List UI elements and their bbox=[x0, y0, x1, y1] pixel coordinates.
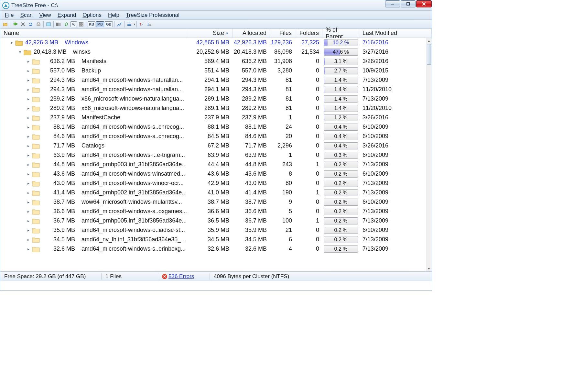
delete-icon[interactable] bbox=[19, 21, 27, 28]
details-view-icon[interactable] bbox=[126, 21, 133, 28]
table-row[interactable]: ▾ 20,418.3 MBwinsxs20,252.6 MB20,418.3 M… bbox=[0, 47, 426, 57]
sort-desc-icon[interactable] bbox=[146, 21, 153, 28]
menu-item-file[interactable]: File bbox=[2, 11, 16, 19]
menu-item-scan[interactable]: Scan bbox=[17, 11, 35, 19]
dropdown-indicator-icon[interactable]: ▾ bbox=[134, 22, 135, 26]
chart-icon[interactable] bbox=[116, 21, 123, 28]
row-name: x86_microsoft-windows-naturallangua... bbox=[78, 105, 187, 112]
explorer-icon[interactable] bbox=[45, 21, 52, 28]
close-button[interactable] bbox=[416, 0, 432, 7]
table-row[interactable]: ▾ 42,926.3 MBWindows42,865.8 MB42,926.3 … bbox=[0, 38, 426, 47]
table-row[interactable]: ▸ 294.3 MBamd64_microsoft-windows-natura… bbox=[0, 75, 426, 85]
table-row[interactable]: ▸ 289.2 MBx86_microsoft-windows-naturall… bbox=[0, 94, 426, 103]
expand-icon[interactable]: ▸ bbox=[26, 237, 31, 242]
row-files: 9 bbox=[270, 199, 295, 205]
expand-icon[interactable]: ▸ bbox=[26, 144, 31, 148]
table-row[interactable]: ▸ 44.8 MBamd64_prnhp003.inf_31bf3856ad36… bbox=[0, 160, 426, 169]
row-name: amd64_microsoft-windows-s..erinboxg... bbox=[78, 245, 187, 252]
row-percent: 0.4 % bbox=[322, 142, 359, 150]
row-allocated: 289.2 MB bbox=[233, 105, 270, 112]
row-size: 44.4 MB bbox=[187, 161, 233, 168]
column-header-size[interactable]: Size ▼ bbox=[187, 29, 233, 38]
column-header-files[interactable]: Files bbox=[270, 29, 295, 38]
scrollbar-thumb[interactable] bbox=[427, 44, 431, 65]
table-row[interactable]: ▸ 71.7 MBCatalogs67.2 MB71.7 MB2,29600.4… bbox=[0, 141, 426, 150]
expand-icon[interactable]: ▸ bbox=[26, 209, 31, 214]
column-header-name[interactable]: Name bbox=[0, 29, 187, 38]
menu-item-treesize-professional[interactable]: TreeSize Professional bbox=[123, 11, 182, 19]
collapse-icon[interactable]: ▾ bbox=[18, 50, 22, 54]
expand-icon[interactable]: ▸ bbox=[26, 59, 31, 64]
recycle-bin-icon[interactable] bbox=[63, 21, 70, 28]
column-header-percent[interactable]: % of Parent... bbox=[322, 29, 359, 38]
row-files: 21 bbox=[270, 227, 295, 234]
print-icon[interactable] bbox=[35, 21, 42, 28]
scroll-up-icon[interactable]: ▲ bbox=[426, 38, 432, 44]
table-row[interactable]: ▸ 237.9 MBManifestCache237.9 MB237.9 MB1… bbox=[0, 113, 426, 122]
table-row[interactable]: ▸ 289.2 MBx86_microsoft-windows-naturall… bbox=[0, 103, 426, 113]
table-row[interactable]: ▸ 43.6 MBamd64_microsoft-windows-winsatm… bbox=[0, 169, 426, 179]
table-row[interactable]: ▸ 63.9 MBamd64_microsoft-windows-i..e-tr… bbox=[0, 150, 426, 160]
table-row[interactable]: ▸ 36.7 MBamd64_prnhp005.inf_31bf3856ad36… bbox=[0, 216, 426, 225]
tree-body[interactable]: ▾ 42,926.3 MBWindows42,865.8 MB42,926.3 … bbox=[0, 38, 432, 271]
scroll-down-icon[interactable]: ▼ bbox=[426, 266, 432, 271]
column-header-modified[interactable]: Last Modified bbox=[359, 29, 432, 38]
expand-icon[interactable]: ▸ bbox=[26, 125, 31, 129]
menu-item-view[interactable]: View bbox=[37, 11, 54, 19]
table-row[interactable]: ▸ 41.4 MBamd64_prnhp002.inf_31bf3856ad36… bbox=[0, 188, 426, 197]
scan-icon[interactable] bbox=[12, 21, 19, 28]
maximize-button[interactable] bbox=[401, 0, 416, 7]
table-row[interactable]: ▸ 38.7 MBwow64_microsoft-windows-mulantt… bbox=[0, 197, 426, 207]
status-errors-link[interactable]: 536 Errors bbox=[168, 273, 194, 280]
vertical-scrollbar[interactable]: ▲ ▼ bbox=[426, 38, 432, 271]
open-icon[interactable] bbox=[2, 21, 9, 28]
expand-icon[interactable]: ▸ bbox=[26, 181, 31, 186]
column-header-folders[interactable]: Folders bbox=[295, 29, 322, 38]
unit-buttons: KBMBGB bbox=[88, 21, 113, 27]
menu-item-help[interactable]: Help bbox=[105, 11, 122, 19]
menu-item-options[interactable]: Options bbox=[80, 11, 104, 19]
sort-asc-icon[interactable] bbox=[138, 21, 145, 28]
grid-icon[interactable] bbox=[78, 21, 85, 28]
menu-item-expand[interactable]: Expand bbox=[55, 11, 79, 19]
minimize-button[interactable] bbox=[385, 0, 400, 7]
table-row[interactable]: ▸ 34.5 MBamd64_nv_lh.inf_31bf3856ad364e3… bbox=[0, 235, 426, 244]
table-row[interactable]: ▸ 557.0 MBBackup551.4 MB557.0 MB3,28002.… bbox=[0, 66, 426, 75]
table-row[interactable]: ▸ 84.6 MBamd64_microsoft-windows-s..chre… bbox=[0, 132, 426, 141]
barcode-icon[interactable] bbox=[55, 21, 62, 28]
expand-icon[interactable]: ▸ bbox=[26, 115, 31, 120]
table-row[interactable]: ▸ 294.3 MBamd64_microsoft-windows-natura… bbox=[0, 85, 426, 94]
row-files: 4 bbox=[270, 245, 295, 252]
table-row[interactable]: ▸ 43.0 MBamd64_microsoft-windows-winocr-… bbox=[0, 179, 426, 188]
table-row[interactable]: ▸ 36.6 MBamd64_microsoft-windows-s..oxga… bbox=[0, 207, 426, 216]
expand-icon[interactable]: ▸ bbox=[26, 69, 31, 73]
expand-icon[interactable]: ▸ bbox=[26, 172, 31, 176]
expand-icon[interactable]: ▸ bbox=[26, 200, 31, 204]
refresh-icon[interactable] bbox=[27, 21, 34, 28]
expand-icon[interactable]: ▸ bbox=[26, 247, 31, 251]
row-allocated: 636.2 MB bbox=[233, 58, 270, 65]
expand-icon[interactable]: ▸ bbox=[26, 97, 31, 101]
unit-mb-button[interactable]: MB bbox=[96, 21, 104, 27]
expand-icon[interactable]: ▸ bbox=[26, 219, 31, 223]
expand-icon[interactable]: ▸ bbox=[26, 134, 31, 139]
column-header-allocated[interactable]: Allocated bbox=[233, 29, 270, 38]
row-percent: 0.4 % bbox=[322, 123, 359, 131]
expand-icon[interactable]: ▸ bbox=[26, 87, 31, 92]
table-row[interactable]: ▸ 88.1 MBamd64_microsoft-windows-s..chre… bbox=[0, 122, 426, 132]
collapse-icon[interactable]: ▾ bbox=[9, 40, 14, 45]
expand-icon[interactable]: ▸ bbox=[26, 78, 31, 82]
unit-gb-button[interactable]: GB bbox=[105, 21, 113, 27]
expand-icon[interactable]: ▸ bbox=[26, 228, 31, 233]
table-row[interactable]: ▸ 636.2 MBManifests569.4 MB636.2 MB31,90… bbox=[0, 57, 426, 66]
expand-icon[interactable]: ▸ bbox=[26, 191, 31, 195]
table-row[interactable]: ▸ 35.9 MBamd64_microsoft-windows-o..iadi… bbox=[0, 225, 426, 235]
row-percent: 1.4 % bbox=[322, 95, 359, 103]
expand-icon[interactable]: ▸ bbox=[26, 106, 31, 111]
unit-kb-button[interactable]: KB bbox=[88, 21, 95, 27]
percent-button[interactable]: % bbox=[70, 21, 77, 27]
expand-icon[interactable]: ▸ bbox=[26, 162, 31, 167]
expand-icon[interactable]: ▸ bbox=[26, 153, 31, 158]
table-row[interactable]: ▸ 32.6 MBamd64_microsoft-windows-s..erin… bbox=[0, 244, 426, 254]
row-allocated: 34.5 MB bbox=[233, 236, 270, 243]
